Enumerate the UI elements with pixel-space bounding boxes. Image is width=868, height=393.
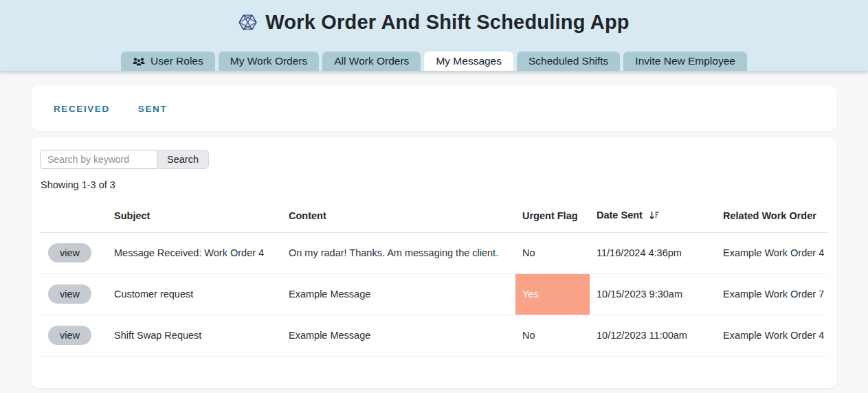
urgent-flag-cell: No (515, 315, 590, 356)
search-button[interactable]: Search (157, 150, 209, 169)
column-header-date-sent[interactable]: Date Sent (590, 199, 716, 232)
users-icon (133, 57, 145, 67)
date-sent-cell: 11/16/2024 4:36pm (590, 232, 716, 273)
title-row: Work Order And Shift Scheduling App (0, 0, 868, 34)
action-cell: view (40, 315, 107, 356)
tab-label: User Roles (151, 52, 203, 71)
tab-my-messages[interactable]: My Messages (424, 52, 513, 71)
view-button[interactable]: view (48, 284, 91, 304)
date-sent-cell: 10/15/2023 9:30am (590, 273, 716, 315)
related-work-order-cell: Example Work Order 7 (716, 273, 828, 315)
column-header-action (40, 199, 107, 232)
content-cell: On my radar! Thanks. Am messaging the cl… (282, 232, 515, 273)
column-header-content: Content (282, 199, 515, 232)
table-row: view Message Received: Work Order 4 On m… (40, 232, 828, 273)
messages-table: Subject Content Urgent Flag Date Sent (40, 199, 828, 357)
tab-invite-new-employee[interactable]: Invite New Employee (623, 52, 747, 71)
related-work-order-cell: Example Work Order 4 (716, 315, 828, 356)
search-row: Search (40, 150, 828, 169)
tab-my-work-orders[interactable]: My Work Orders (219, 52, 320, 71)
messages-card: Search Showing 1-3 of 3 Subject Content … (32, 137, 836, 388)
urgent-flag-cell: Yes (515, 273, 590, 315)
page-title: Work Order And Shift Scheduling App (265, 11, 630, 34)
date-sent-cell: 10/12/2023 11:00am (590, 315, 716, 356)
tab-all-work-orders[interactable]: All Work Orders (322, 52, 421, 71)
subject-cell: Shift Swap Request (107, 315, 282, 356)
message-folder-card: RECEIVED SENT (32, 86, 836, 131)
sort-descending-icon (649, 211, 659, 222)
gem-icon (238, 14, 257, 31)
column-header-label: Date Sent (597, 210, 643, 221)
view-button[interactable]: view (48, 326, 91, 345)
table-header-row: Subject Content Urgent Flag Date Sent (40, 199, 828, 232)
main-content: RECEIVED SENT Search Showing 1-3 of 3 Su… (0, 86, 868, 388)
action-cell: view (40, 273, 107, 315)
table-row: view Customer request Example Message Ye… (40, 273, 828, 315)
table-row: view Shift Swap Request Example Message … (40, 315, 828, 356)
related-work-order-cell: Example Work Order 4 (716, 232, 828, 273)
column-header-urgent-flag: Urgent Flag (515, 199, 590, 232)
search-input[interactable] (40, 150, 158, 169)
column-header-subject: Subject (107, 199, 282, 232)
tab-scheduled-shifts[interactable]: Scheduled Shifts (517, 52, 620, 71)
results-summary: Showing 1-3 of 3 (40, 179, 828, 190)
tab-user-roles[interactable]: User Roles (121, 52, 215, 71)
view-button[interactable]: view (48, 243, 91, 262)
content-cell: Example Message (282, 315, 515, 356)
subtab-sent[interactable]: SENT (138, 104, 167, 114)
subject-cell: Message Received: Work Order 4 (107, 232, 282, 273)
subject-cell: Customer request (107, 273, 282, 315)
action-cell: view (40, 232, 107, 273)
subtab-received[interactable]: RECEIVED (54, 104, 110, 114)
column-header-related-work-order: Related Work Order (716, 199, 828, 232)
app-header: Work Order And Shift Scheduling App User… (0, 0, 868, 71)
tab-bar: User Roles My Work Orders All Work Order… (0, 52, 868, 71)
content-cell: Example Message (282, 273, 515, 315)
urgent-flag-cell: No (515, 232, 590, 273)
